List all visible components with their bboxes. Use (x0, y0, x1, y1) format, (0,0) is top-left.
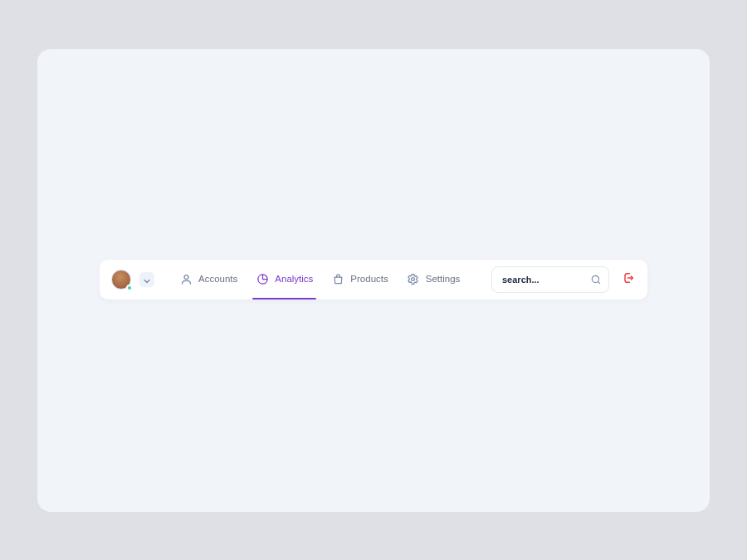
gear-icon (407, 273, 420, 286)
user-avatar[interactable] (111, 270, 131, 290)
svg-point-1 (412, 278, 415, 281)
nav-item-label: Accounts (198, 275, 237, 285)
logout-icon (622, 271, 635, 288)
nav-item-label: Analytics (275, 275, 313, 285)
nav-item-settings[interactable]: Settings (407, 260, 461, 299)
status-indicator (126, 285, 133, 291)
shopping-bag-icon (331, 273, 344, 286)
user-menu-button[interactable] (139, 272, 154, 287)
caret-down-icon (144, 272, 150, 287)
logout-button[interactable] (621, 272, 636, 287)
navbar: Accounts Analytics Products Settings (100, 260, 647, 299)
search-field (491, 266, 609, 293)
user-icon (179, 273, 193, 286)
svg-point-0 (184, 275, 188, 280)
nav-item-label: Products (350, 275, 388, 285)
nav-item-label: Settings (426, 275, 461, 285)
app-panel: Accounts Analytics Products Settings (37, 49, 710, 512)
nav-item-products[interactable]: Products (331, 260, 388, 299)
nav-item-accounts[interactable]: Accounts (179, 260, 237, 299)
search-input[interactable] (491, 266, 609, 293)
nav-item-analytics[interactable]: Analytics (256, 260, 313, 299)
nav-links: Accounts Analytics Products Settings (179, 260, 460, 299)
pie-chart-icon (256, 273, 269, 286)
